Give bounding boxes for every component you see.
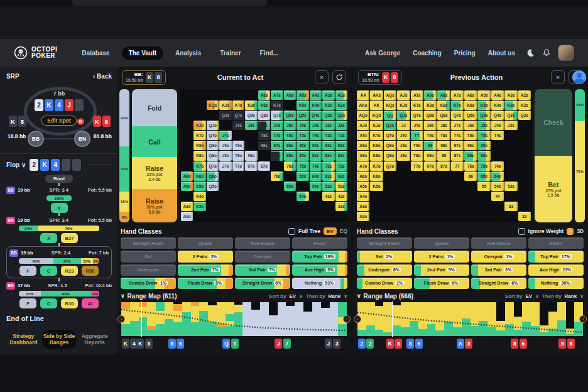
hand-cell-A3o[interactable]: A3o [181,202,193,211]
hand-class-nothing[interactable]: Nothing36% [528,278,584,289]
hand-cell-K4s[interactable]: K4s [491,101,504,110]
nav-item-trainer[interactable]: Trainer [213,46,248,60]
hand-cell-83s[interactable]: 83s [322,151,334,160]
notifications-bell-icon[interactable] [542,48,552,58]
action-button-R50[interactable]: R50 [82,266,99,276]
hand-class-full-house[interactable]: Full House [471,237,526,249]
then-by-value[interactable]: Rank [565,293,577,299]
hand-cell-Q9s[interactable]: Q9s [245,111,257,120]
action-button-R30[interactable]: R30 [61,298,78,308]
player-badge-btn[interactable]: BTN:18.58 bb K8 [358,70,402,85]
hand-cell-QJo[interactable]: QJo [207,121,219,130]
hand-cell-QJo[interactable]: QJo [384,121,396,130]
hand-cell-JJ[interactable]: JJ [397,121,410,130]
hand-cell-A3o[interactable]: A3o [357,202,369,211]
action-button-F[interactable]: F [19,266,36,276]
hand-cell-A6s[interactable]: A6s [284,90,296,100]
hand-cell-A5o[interactable]: A5o [357,182,369,191]
hand-cell-A4s[interactable]: A4s [310,90,322,100]
hand-cell-K4o[interactable]: K4o [193,192,205,201]
hand-cell-Q7s[interactable]: Q7s [271,111,283,120]
chevron-down-icon[interactable]: ∨ [535,293,539,299]
hand-cell-75s[interactable]: 75s [477,161,490,171]
hand-cell-86s[interactable]: 86s [284,151,296,160]
hand-cell-K8o[interactable]: K8o [370,151,383,160]
hand-class-underpair[interactable]: Underpair8% [357,264,412,276]
range-map-chart[interactable]: ‹› [121,302,347,337]
hand-cell-JTo[interactable]: JTo [397,131,410,140]
hand-cell-K5o[interactable]: K5o [370,182,383,191]
tree-node-3[interactable]: BB19 bbSPR: 2.4Pot: 7 bb43%34%15%8%FCR23… [6,246,112,278]
chevron-down-icon[interactable]: ∨ [344,293,347,299]
hand-cell-TT[interactable]: TT [411,131,423,140]
hand-cell-J8s[interactable]: J8s [258,121,270,130]
hand-class-combo-draw[interactable]: Combo Draw1% [121,278,176,289]
hand-class-top-pair[interactable]: Top Pair16% [292,251,347,262]
hand-cell-KJo[interactable]: KJo [193,121,205,130]
hand-cell-A3s[interactable]: A3s [504,90,517,100]
close-panel-icon[interactable]: × [551,70,565,84]
sidebar-tab-side-by-side-ranges[interactable]: Side by Side Ranges [42,330,77,349]
hand-cell-AKo[interactable]: AKo [357,101,369,110]
hand-cell-T7s[interactable]: T7s [451,131,464,140]
hand-cell-A2s[interactable]: A2s [335,90,347,100]
dark-mode-icon[interactable] [525,48,535,58]
hand-class-full-house[interactable]: Full House [235,237,290,249]
user-avatar[interactable] [558,45,574,61]
hand-cell-A4o[interactable]: A4o [357,192,369,201]
hand-cell-87s[interactable]: 87s [451,151,464,160]
hand-cell-T8s[interactable]: T8s [258,131,270,140]
sort-by-value[interactable]: EV [289,293,296,299]
hand-cell-65s[interactable]: 65s [297,172,308,181]
hand-cell-72s[interactable]: 72s [335,161,347,171]
hand-cell-T9o[interactable]: T9o [232,141,244,150]
hand-class-straight-flush[interactable]: Straight Flush [121,237,176,249]
hand-cell-A9o[interactable]: A9o [357,141,369,150]
hand-cell-J8o[interactable]: J8o [219,151,231,160]
tree-node-2[interactable]: BN19 bbSPR: 3.4Pot: 5.5 bb24%76%XB27 [6,216,112,243]
hand-cell-54o[interactable]: 54o [297,192,308,201]
hand-cell-A5s[interactable]: A5s [297,90,308,100]
hand-cell-K9s[interactable]: K9s [245,101,257,110]
hand-cell-K5s[interactable]: K5s [477,101,490,110]
hand-cell-ATs[interactable]: ATs [411,90,423,100]
hand-cell-62s[interactable]: 62s [335,172,347,181]
action-button-R23[interactable]: R23 [61,266,78,276]
hand-class-underpair[interactable]: Underpair [121,264,176,276]
hand-cell-KTs[interactable]: KTs [232,101,244,110]
action-button-C[interactable]: C [40,298,57,308]
hand-cell-K8s[interactable]: K8s [258,101,270,110]
action-button-C[interactable]: C [40,266,57,276]
hand-cell-T6s[interactable]: T6s [284,131,296,140]
hand-cell-A3s[interactable]: A3s [322,90,334,100]
hand-cell-Q5s[interactable]: Q5s [477,111,490,120]
hand-cell-86s[interactable]: 86s [464,151,477,160]
hand-cell-T7s[interactable]: T7s [271,131,283,140]
hand-cell-87o[interactable]: 87o [258,161,270,171]
hand-cell-82s[interactable]: 82s [335,151,347,160]
hand-cell-T7o[interactable]: T7o [411,161,423,171]
hand-cell-J8s[interactable]: J8s [437,121,450,130]
hand-cell-K9o[interactable]: K9o [370,141,383,150]
hand-class-ace-high[interactable]: Ace High23% [528,264,584,276]
hand-cell-QTs[interactable]: QTs [232,111,244,120]
hand-cell-T5s[interactable]: T5s [297,131,308,140]
hand-cell-Q8s[interactable]: Q8s [258,111,270,120]
hand-cell-QQ[interactable]: QQ [384,111,396,120]
hand-class-2-pairs[interactable]: 2 Pairs2% [178,251,233,262]
nav-item-find-[interactable]: Find... [253,46,285,60]
hand-cell-J7s[interactable]: J7s [271,121,283,130]
hand-cell-KTo[interactable]: KTo [193,131,205,140]
hand-cell-JTs[interactable]: JTs [411,121,423,130]
hand-cell-43s[interactable]: 43s [322,192,334,201]
nav-item-the-vault[interactable]: The Vault [122,46,163,60]
hand-cell-T8o[interactable]: T8o [232,151,244,160]
hand-cell-A5s[interactable]: A5s [477,90,490,100]
hand-cell-J5s[interactable]: J5s [297,121,308,130]
hand-cell-Q9s[interactable]: Q9s [424,111,437,120]
hand-cell-Q8o[interactable]: Q8o [384,151,396,160]
hand-cell-AKs[interactable]: AKs [370,90,383,100]
hand-cell-KQo[interactable]: KQo [370,111,383,120]
hand-cell-85s[interactable]: 85s [477,151,490,160]
hand-cell-KTs[interactable]: KTs [411,101,423,110]
